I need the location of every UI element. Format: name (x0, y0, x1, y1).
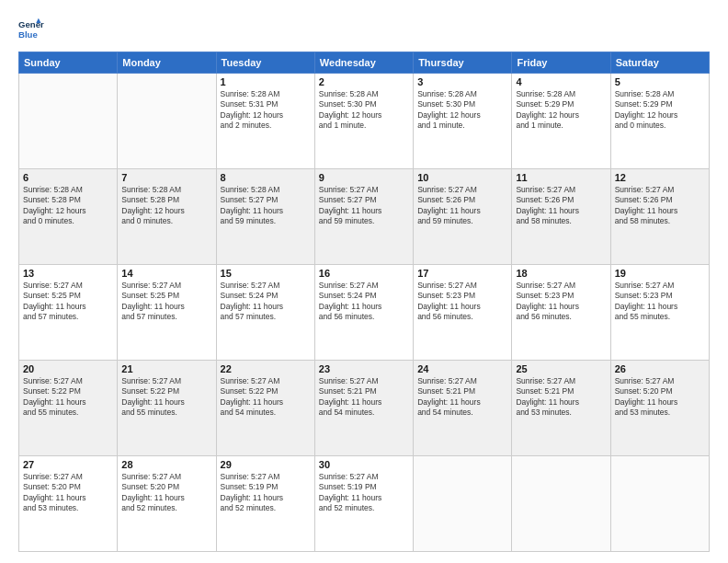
cell-info: Sunrise: 5:27 AM Sunset: 5:26 PM Dayligh… (417, 185, 507, 227)
week-row-1: 1Sunrise: 5:28 AM Sunset: 5:31 PM Daylig… (19, 74, 710, 169)
calendar-cell: 16Sunrise: 5:27 AM Sunset: 5:24 PM Dayli… (314, 265, 413, 361)
cell-info: Sunrise: 5:28 AM Sunset: 5:29 PM Dayligh… (516, 89, 606, 132)
cell-info: Sunrise: 5:27 AM Sunset: 5:24 PM Dayligh… (319, 281, 409, 323)
cell-info: Sunrise: 5:27 AM Sunset: 5:21 PM Dayligh… (417, 376, 507, 419)
cell-info: Sunrise: 5:28 AM Sunset: 5:31 PM Dayligh… (221, 89, 311, 132)
day-number: 20 (23, 363, 113, 374)
cell-info: Sunrise: 5:27 AM Sunset: 5:21 PM Dayligh… (516, 376, 606, 419)
day-number: 9 (319, 172, 409, 183)
cell-info: Sunrise: 5:27 AM Sunset: 5:24 PM Dayligh… (221, 281, 311, 323)
calendar-cell: 30Sunrise: 5:27 AM Sunset: 5:19 PM Dayli… (314, 456, 413, 552)
calendar-cell: 27Sunrise: 5:27 AM Sunset: 5:20 PM Dayli… (19, 456, 118, 552)
col-header-sunday: Sunday (19, 52, 118, 74)
col-header-wednesday: Wednesday (314, 52, 413, 74)
header: General Blue (18, 17, 710, 42)
day-number: 18 (516, 268, 606, 279)
calendar-cell: 23Sunrise: 5:27 AM Sunset: 5:21 PM Dayli… (314, 361, 413, 456)
calendar-cell (512, 456, 610, 552)
week-row-4: 20Sunrise: 5:27 AM Sunset: 5:22 PM Dayli… (19, 361, 710, 456)
cell-info: Sunrise: 5:27 AM Sunset: 5:23 PM Dayligh… (615, 281, 705, 323)
calendar-table: SundayMondayTuesdayWednesdayThursdayFrid… (18, 52, 710, 552)
cell-info: Sunrise: 5:28 AM Sunset: 5:28 PM Dayligh… (23, 185, 113, 227)
day-number: 12 (615, 172, 705, 183)
day-number: 29 (221, 459, 311, 470)
day-number: 25 (516, 363, 606, 374)
day-number: 28 (121, 459, 211, 470)
cell-info: Sunrise: 5:27 AM Sunset: 5:22 PM Dayligh… (23, 376, 113, 419)
cell-info: Sunrise: 5:27 AM Sunset: 5:26 PM Dayligh… (615, 185, 705, 227)
cell-info: Sunrise: 5:27 AM Sunset: 5:22 PM Dayligh… (121, 376, 211, 419)
day-number: 10 (417, 172, 507, 183)
day-number: 7 (121, 172, 211, 183)
day-number: 11 (516, 172, 606, 183)
calendar-cell: 25Sunrise: 5:27 AM Sunset: 5:21 PM Dayli… (512, 361, 610, 456)
day-number: 13 (23, 268, 113, 279)
cell-info: Sunrise: 5:27 AM Sunset: 5:19 PM Dayligh… (221, 472, 311, 514)
week-row-5: 27Sunrise: 5:27 AM Sunset: 5:20 PM Dayli… (19, 456, 710, 552)
calendar-cell (414, 456, 512, 552)
calendar-cell: 19Sunrise: 5:27 AM Sunset: 5:23 PM Dayli… (610, 265, 709, 361)
calendar-cell (610, 456, 709, 552)
calendar-cell: 11Sunrise: 5:27 AM Sunset: 5:26 PM Dayli… (512, 169, 610, 265)
day-number: 23 (319, 363, 409, 374)
calendar-cell: 22Sunrise: 5:27 AM Sunset: 5:22 PM Dayli… (216, 361, 314, 456)
calendar-cell: 2Sunrise: 5:28 AM Sunset: 5:30 PM Daylig… (314, 74, 413, 169)
day-number: 15 (221, 268, 311, 279)
cell-info: Sunrise: 5:27 AM Sunset: 5:20 PM Dayligh… (23, 472, 113, 514)
cell-info: Sunrise: 5:28 AM Sunset: 5:30 PM Dayligh… (417, 89, 507, 132)
day-number: 24 (417, 363, 507, 374)
day-number: 2 (319, 76, 409, 87)
col-header-friday: Friday (512, 52, 610, 74)
calendar-cell: 17Sunrise: 5:27 AM Sunset: 5:23 PM Dayli… (414, 265, 512, 361)
day-number: 1 (221, 76, 311, 87)
calendar-cell: 15Sunrise: 5:27 AM Sunset: 5:24 PM Dayli… (216, 265, 314, 361)
svg-text:Blue: Blue (18, 29, 38, 40)
calendar-cell: 29Sunrise: 5:27 AM Sunset: 5:19 PM Dayli… (216, 456, 314, 552)
day-number: 21 (121, 363, 211, 374)
day-number: 22 (221, 363, 311, 374)
col-header-saturday: Saturday (610, 52, 709, 74)
calendar-cell: 21Sunrise: 5:27 AM Sunset: 5:22 PM Dayli… (118, 361, 216, 456)
calendar-cell: 28Sunrise: 5:27 AM Sunset: 5:20 PM Dayli… (118, 456, 216, 552)
cell-info: Sunrise: 5:28 AM Sunset: 5:30 PM Dayligh… (319, 89, 409, 132)
cell-info: Sunrise: 5:27 AM Sunset: 5:23 PM Dayligh… (417, 281, 507, 323)
week-row-2: 6Sunrise: 5:28 AM Sunset: 5:28 PM Daylig… (19, 169, 710, 265)
calendar-cell: 8Sunrise: 5:28 AM Sunset: 5:27 PM Daylig… (216, 169, 314, 265)
calendar-cell: 6Sunrise: 5:28 AM Sunset: 5:28 PM Daylig… (19, 169, 118, 265)
calendar-cell: 10Sunrise: 5:27 AM Sunset: 5:26 PM Dayli… (414, 169, 512, 265)
calendar-cell: 1Sunrise: 5:28 AM Sunset: 5:31 PM Daylig… (216, 74, 314, 169)
calendar-cell: 7Sunrise: 5:28 AM Sunset: 5:28 PM Daylig… (118, 169, 216, 265)
logo: General Blue (18, 17, 48, 42)
day-number: 4 (516, 76, 606, 87)
day-number: 14 (121, 268, 211, 279)
cell-info: Sunrise: 5:28 AM Sunset: 5:27 PM Dayligh… (221, 185, 311, 227)
cell-info: Sunrise: 5:27 AM Sunset: 5:19 PM Dayligh… (319, 472, 409, 514)
week-row-3: 13Sunrise: 5:27 AM Sunset: 5:25 PM Dayli… (19, 265, 710, 361)
calendar-cell (19, 74, 118, 169)
calendar-cell: 26Sunrise: 5:27 AM Sunset: 5:20 PM Dayli… (610, 361, 709, 456)
day-number: 27 (23, 459, 113, 470)
day-number: 16 (319, 268, 409, 279)
cell-info: Sunrise: 5:27 AM Sunset: 5:20 PM Dayligh… (615, 376, 705, 419)
header-row: SundayMondayTuesdayWednesdayThursdayFrid… (19, 52, 710, 74)
calendar-cell: 14Sunrise: 5:27 AM Sunset: 5:25 PM Dayli… (118, 265, 216, 361)
col-header-monday: Monday (118, 52, 216, 74)
logo-icon: General Blue (18, 17, 44, 42)
calendar-cell: 20Sunrise: 5:27 AM Sunset: 5:22 PM Dayli… (19, 361, 118, 456)
cell-info: Sunrise: 5:27 AM Sunset: 5:26 PM Dayligh… (516, 185, 606, 227)
day-number: 19 (615, 268, 705, 279)
calendar-cell: 24Sunrise: 5:27 AM Sunset: 5:21 PM Dayli… (414, 361, 512, 456)
cell-info: Sunrise: 5:27 AM Sunset: 5:20 PM Dayligh… (121, 472, 211, 514)
cell-info: Sunrise: 5:27 AM Sunset: 5:23 PM Dayligh… (516, 281, 606, 323)
page: General Blue SundayMondayTuesdayWednesda… (0, 0, 728, 563)
day-number: 17 (417, 268, 507, 279)
col-header-tuesday: Tuesday (216, 52, 314, 74)
day-number: 5 (615, 76, 705, 87)
calendar-cell: 9Sunrise: 5:27 AM Sunset: 5:27 PM Daylig… (314, 169, 413, 265)
cell-info: Sunrise: 5:28 AM Sunset: 5:28 PM Dayligh… (121, 185, 211, 227)
day-number: 30 (319, 459, 409, 470)
cell-info: Sunrise: 5:27 AM Sunset: 5:25 PM Dayligh… (23, 281, 113, 323)
cell-info: Sunrise: 5:27 AM Sunset: 5:21 PM Dayligh… (319, 376, 409, 419)
calendar-cell: 3Sunrise: 5:28 AM Sunset: 5:30 PM Daylig… (414, 74, 512, 169)
day-number: 3 (417, 76, 507, 87)
